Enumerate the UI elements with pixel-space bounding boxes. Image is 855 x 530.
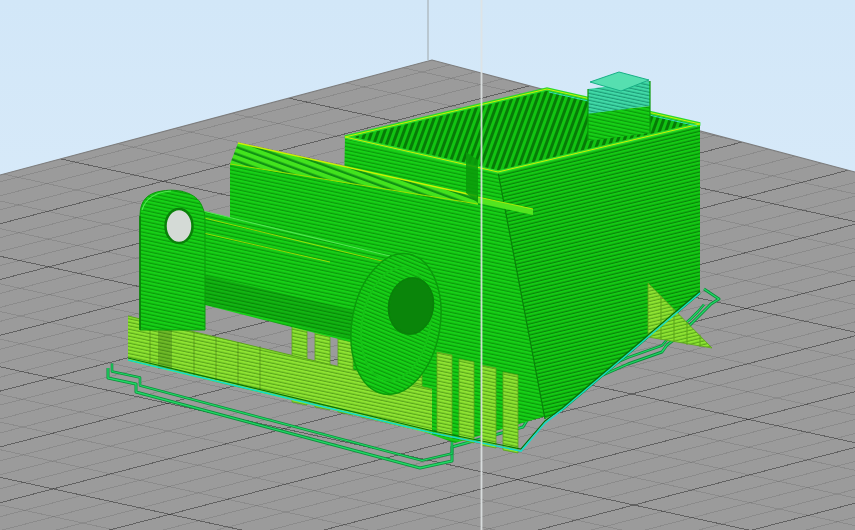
rib — [481, 365, 496, 448]
sliced-model[interactable] — [128, 72, 712, 453]
slicer-3d-viewport[interactable] — [0, 0, 855, 530]
left-lug — [140, 190, 205, 330]
rib — [459, 359, 474, 443]
rib — [437, 352, 452, 438]
rib — [503, 372, 518, 453]
vent-tower — [588, 72, 650, 141]
lug-hole — [166, 209, 193, 243]
scene-overlay — [0, 0, 855, 530]
base-band-dark-gap — [158, 326, 172, 369]
